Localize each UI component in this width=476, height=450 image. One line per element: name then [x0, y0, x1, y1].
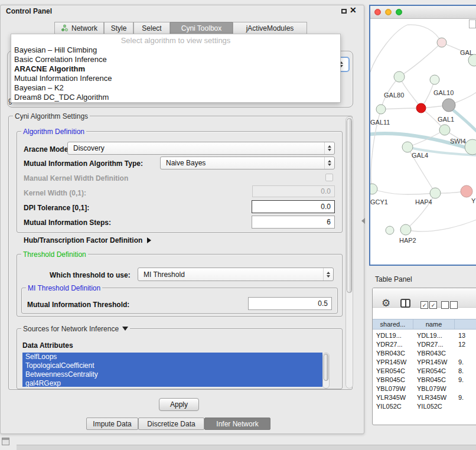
table-cell[interactable]: YPR145W [373, 358, 413, 366]
table-row[interactable]: YPR145W YPR145W 9. [373, 357, 476, 366]
dropdown-item[interactable]: Bayesian – K2 [11, 83, 340, 93]
attributes-list-scrollbar-thumb[interactable] [324, 354, 328, 381]
network-scrollbar-corner[interactable] [469, 19, 476, 28]
network-node-gray[interactable] [442, 99, 455, 112]
tab-impute-data[interactable]: Impute Data [86, 418, 138, 430]
network-node[interactable] [370, 184, 377, 194]
network-node[interactable] [386, 226, 394, 234]
table-cell[interactable]: YLR345W [373, 394, 413, 401]
list-item[interactable]: TopologicalCoefficient [22, 361, 322, 370]
table-cell[interactable]: YLR345W [413, 394, 455, 401]
table-cell[interactable]: 13 [455, 332, 476, 339]
column-header[interactable] [455, 319, 476, 329]
column-header[interactable]: shared... [373, 319, 413, 329]
table-row[interactable]: YBR043C YBR043C [373, 348, 476, 357]
dropdown-item[interactable]: Bayesian – Hill Climbing [11, 45, 340, 55]
column-header[interactable]: name [413, 319, 455, 329]
table-cell[interactable]: YBL079W [373, 385, 413, 392]
network-node-red[interactable] [416, 103, 426, 113]
sources-section-toggle[interactable]: Sources for Network Inference [21, 325, 130, 333]
table-cell[interactable]: YIL052C [373, 403, 413, 410]
network-node[interactable] [439, 125, 450, 135]
network-canvas[interactable]: GAL GAL80 GAL10 GAL11 GAL1 SWI4 GAL4 GCY… [370, 19, 476, 265]
table-cell[interactable]: 9. [455, 394, 476, 401]
table-cell[interactable]: 12 [455, 341, 476, 348]
network-node[interactable] [402, 142, 413, 152]
gear-icon[interactable]: ⚙ [382, 298, 390, 308]
network-node[interactable] [394, 71, 405, 82]
table-cell[interactable]: YDR27... [373, 341, 413, 348]
table-cell[interactable]: YIL052C [413, 403, 455, 410]
list-item[interactable]: BetweennessCentrality [22, 370, 322, 379]
list-item[interactable]: gal4RGexp [22, 379, 322, 387]
close-light[interactable] [374, 9, 381, 15]
hub-section-toggle[interactable]: Hub/Transcription Factor Definition [24, 236, 151, 244]
dropdown-item[interactable]: Mutual Information Inference [11, 74, 340, 83]
tab-network[interactable]: Network [54, 22, 104, 34]
select-all-button[interactable]: ✓ ✓ [420, 301, 438, 309]
table-cell[interactable]: YBR043C [413, 350, 455, 357]
spinner-icon [324, 157, 334, 169]
checked-box-icon: ✓ [429, 301, 437, 309]
close-window-button[interactable]: ✕ [350, 6, 357, 14]
minimize-light[interactable] [385, 9, 392, 15]
table-row[interactable]: YDR27... YDR27... 12 [373, 340, 476, 348]
mi-type-combobox[interactable]: Naive Bayes [160, 156, 335, 169]
network-node[interactable] [465, 139, 476, 155]
tab-select[interactable]: Select [133, 22, 170, 34]
network-node[interactable] [437, 38, 446, 47]
table-cell[interactable]: YER054C [413, 367, 455, 374]
table-cell[interactable]: YDL19... [373, 332, 413, 339]
table-row[interactable]: YLR345W YLR345W 9. [373, 393, 476, 402]
table-cell[interactable]: YER054C [373, 367, 413, 374]
settings-scrollbar-thumb[interactable] [347, 118, 352, 293]
table-row[interactable]: YBR045C YBR045C 9. [373, 375, 476, 384]
tab-infer-network[interactable]: Infer Network [204, 418, 270, 430]
table-cell[interactable]: YBR043C [373, 350, 413, 357]
algorithm-dropdown[interactable]: Select algorithm to view settings Bayesi… [11, 34, 341, 103]
float-window-button[interactable] [341, 9, 347, 14]
zoom-light[interactable] [396, 9, 402, 15]
mi-steps-field[interactable]: 6 [252, 216, 335, 229]
attributes-list[interactable]: SelfLoops TopologicalCoefficient Between… [22, 353, 322, 387]
dpi-tolerance-field[interactable]: 0.0 [252, 200, 335, 213]
tab-discretize-data[interactable]: Discretize Data [138, 418, 204, 430]
table-cell[interactable]: 9. [455, 376, 476, 383]
columns-icon[interactable] [400, 299, 410, 308]
network-node[interactable] [430, 75, 439, 84]
network-node[interactable] [468, 54, 476, 66]
node-label: GAL [460, 49, 473, 56]
table-cell[interactable]: YBL079W [413, 385, 455, 392]
which-threshold-combobox[interactable]: MI Threshold [138, 268, 334, 281]
apply-button[interactable]: Apply [159, 398, 199, 411]
table-row[interactable]: YBL079W YBL079W [373, 384, 476, 393]
panel-splitter-handle[interactable] [361, 218, 365, 224]
table-row[interactable]: YDL19... YDL19... 13 [373, 331, 476, 340]
sources-title: Sources for Network Inference [23, 325, 119, 333]
network-node-pink[interactable] [461, 185, 472, 197]
tab-cyni-toolbox[interactable]: Cyni Toolbox [170, 22, 233, 34]
dock-panel-icon[interactable] [2, 438, 9, 445]
tab-style[interactable]: Style [104, 22, 133, 34]
bottom-resize-bar[interactable] [17, 445, 476, 450]
deselect-all-button[interactable] [441, 301, 459, 309]
aracne-mode-combobox[interactable]: Discovery [67, 142, 335, 155]
network-node[interactable] [400, 224, 411, 235]
table-cell[interactable]: YDR27... [413, 341, 455, 348]
table-cell[interactable]: YDL19... [413, 332, 455, 339]
table-row[interactable]: YER054C YER054C 8. [373, 366, 476, 375]
table-cell[interactable]: 8. [455, 367, 476, 374]
dropdown-item-selected[interactable]: ARACNE Algorithm [11, 64, 340, 74]
table-cell[interactable]: YPR145W [413, 358, 455, 366]
mi-threshold-field[interactable]: 0.5 [248, 297, 332, 310]
table-cell[interactable]: 9. [455, 358, 476, 366]
table-cell[interactable]: YBR045C [373, 376, 413, 383]
list-item[interactable]: SelfLoops [22, 353, 322, 361]
table-row[interactable]: YIL052C YIL052C [373, 402, 476, 410]
table-cell[interactable]: YBR045C [413, 376, 455, 383]
network-node[interactable] [430, 188, 441, 198]
network-node[interactable] [376, 105, 386, 114]
dropdown-item[interactable]: Dream8 DC_TDC Algorithm [11, 93, 340, 102]
tab-jactivemodules[interactable]: jActiveModules [233, 22, 307, 34]
dropdown-item[interactable]: Basic Correlation Inference [11, 55, 340, 64]
